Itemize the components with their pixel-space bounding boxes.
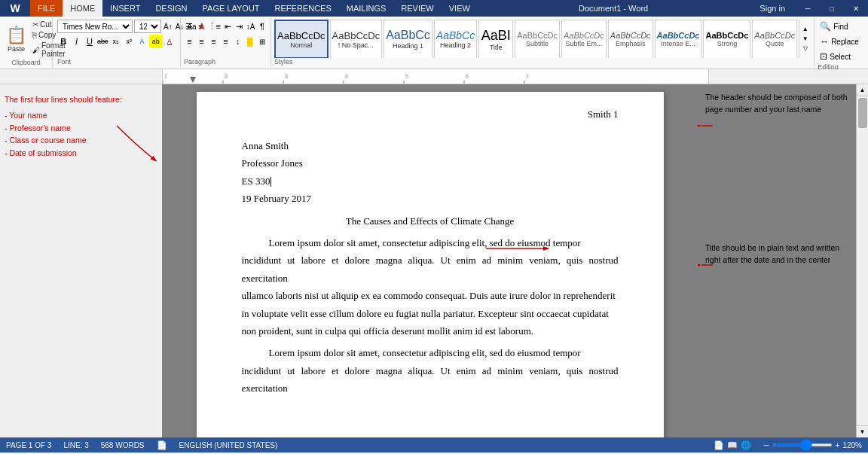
doc-title: The Causes and Effects of Climate Change [242,212,619,230]
cut-label: Cut [40,20,52,29]
italic-button[interactable]: I [70,35,82,48]
font-family-select[interactable]: Times New Ro... [57,20,133,33]
svg-text:2: 2 [225,74,228,79]
vertical-scrollbar[interactable]: ▲ ▼ [856,84,868,437]
underline-button[interactable]: U [84,35,96,48]
strikethrough-button[interactable]: abc [96,35,109,48]
paragraph-1-cont4: non proident, sunt in culpa qui officia … [242,322,619,340]
close-button[interactable]: ✕ [844,0,868,17]
document-title: Document1 - Word [478,4,749,13]
title-tabs: FILE HOME INSERT DESIGN PAGE LAYOUT REFE… [30,0,478,17]
left-annotation-item-1: - Your name [5,109,125,122]
doc-container[interactable]: Smith 1 Anna Smith Professor Jones ES 33… [162,84,698,437]
scroll-thumb[interactable] [858,98,867,128]
tab-file[interactable]: FILE [30,0,63,17]
find-icon: 🔍 [820,21,831,32]
font-color-button[interactable]: A [164,35,176,48]
styles-label: Styles [274,58,811,66]
scroll-up-button[interactable]: ▲ [857,84,869,96]
select-button[interactable]: ⊡ Select [818,50,868,63]
find-button[interactable]: 🔍 Find [818,20,868,33]
style-quote[interactable]: AaBbCcDc Quote [752,20,797,58]
zoom-slider-area: ─ + 120% [763,441,862,449]
subscript-button[interactable]: x₂ [110,35,122,48]
highlight-button[interactable]: ab [149,35,163,48]
superscript-button[interactable]: x² [123,35,135,48]
bold-button[interactable]: B [57,35,69,48]
tab-mailings[interactable]: MAILINGS [339,0,394,17]
justify-button[interactable]: ≡ [220,35,231,48]
replace-button[interactable]: ↔ Replace [818,35,868,48]
svg-marker-14 [190,77,196,83]
style-title[interactable]: AaBI Title [478,20,513,58]
style-heading2[interactable]: AaBbCc Heading 2 [434,20,477,58]
read-mode-button[interactable]: 📖 [727,440,738,450]
paste-button[interactable]: 📋 Paste [3,20,29,59]
paragraph-1-cont2: ullamco laboris nisi ut aliquip ex ea co… [242,287,619,304]
align-left-button[interactable]: ≡ [184,35,195,48]
word-count: 568 WORDS [101,441,145,449]
view-controls: 📄 📖 🌐 [714,440,751,450]
editing-group: 🔍 Find ↔ Replace ⊡ Select Editing [815,18,868,67]
tab-page-layout[interactable]: PAGE LAYOUT [195,0,267,17]
styles-gallery: AaBbCcDc Normal AaBbCcDc ! No Spac... Aa… [274,20,811,58]
increase-indent-button[interactable]: ⇥ [234,20,244,33]
align-center-button[interactable]: ≡ [196,35,207,48]
styles-scroll-up[interactable]: ▲ ▼ ▽ [799,20,811,58]
font-size-select[interactable]: 12 [134,20,161,33]
zoom-in-icon[interactable]: + [836,441,840,449]
line-number: LINE: 3 [63,441,88,449]
zoom-slider[interactable] [772,443,833,446]
style-normal[interactable]: AaBbCcDc Normal [274,20,329,58]
tab-design[interactable]: DESIGN [148,0,194,17]
style-emphasis[interactable]: AaBbCcDc Emphasis [608,20,653,58]
style-subtle-em[interactable]: AaBbCcDc Subtle Em... [561,20,607,58]
show-hide-button[interactable]: ¶ [257,20,267,33]
font-row1: Times New Ro... 12 A↑ A↓ Aa A [57,20,176,33]
style-strong[interactable]: AaBbCcDc Strong [703,20,750,58]
zoom-out-icon[interactable]: ─ [763,441,769,449]
svg-text:7: 7 [526,74,529,79]
tab-insert[interactable]: INSERT [102,0,148,17]
bullets-button[interactable]: ☰ [184,20,194,33]
right-annotation-panel: The header should be composed of both pa… [698,84,856,437]
doc-body[interactable]: Anna Smith Professor Jones ES 330 19 Feb… [242,137,619,397]
text-effects-button[interactable]: A [136,35,148,48]
right-annotation-title: Title should be in plain text and writte… [705,242,848,267]
sort-button[interactable]: ↕A [245,20,255,33]
web-layout-button[interactable]: 🌐 [741,440,751,450]
borders-button[interactable]: ⊞ [256,35,267,48]
style-no-spacing[interactable]: AaBbCcDc ! No Spac... [330,20,383,58]
multilevel-list-button[interactable]: ⋮≡ [207,20,222,33]
scroll-down-button[interactable]: ▼ [857,425,869,437]
signin-button[interactable]: Sign in [749,4,796,13]
clipboard-group-content: 📋 Paste ✂ Cut ⎘ Copy 🖌 Format Painter [3,20,49,59]
page-count: PAGE 1 OF 3 [6,441,51,449]
tab-home[interactable]: HOME [63,0,102,17]
left-annotation-panel: The first four lines should feature: - Y… [0,84,162,437]
style-heading1[interactable]: AaBbCc Heading 1 [384,20,432,58]
paragraph-2: Lorem ipsum dolor sit amet, consectetur … [242,344,619,361]
maximize-button[interactable]: □ [820,0,844,17]
clipboard-group: 📋 Paste ✂ Cut ⎘ Copy 🖌 Format Painter Cl… [0,18,53,67]
align-right-button[interactable]: ≡ [208,35,219,48]
style-intense-em[interactable]: AaBbCcDc Intense E... [655,20,702,58]
tab-references[interactable]: REFERENCES [267,0,339,17]
paragraph-1: Lorem ipsum dolor sit amet, consectetur … [242,234,619,251]
minimize-button[interactable]: ─ [796,0,820,17]
style-subtitle[interactable]: AaBbCcDc Subtitle [515,20,560,58]
course-line: ES 330 [242,172,619,190]
cut-icon: ✂ [32,20,38,29]
tab-review[interactable]: REVIEW [393,0,441,17]
date-line: 19 February 2017 [242,190,619,207]
numbering-button[interactable]: ≡ [195,20,206,33]
shading-button[interactable]: █ [244,35,255,48]
font-label: Font [57,58,176,66]
decrease-indent-button[interactable]: ⇤ [222,20,233,33]
increase-font-button[interactable]: A↑ [163,20,173,33]
tab-view[interactable]: VIEW [442,0,478,17]
print-layout-button[interactable]: 📄 [714,440,724,450]
line-spacing-button[interactable]: ↕ [232,35,243,48]
paragraph-1-cont: incididunt ut labore et dolore magna ali… [242,251,619,287]
zoom-level: 120% [842,441,862,449]
